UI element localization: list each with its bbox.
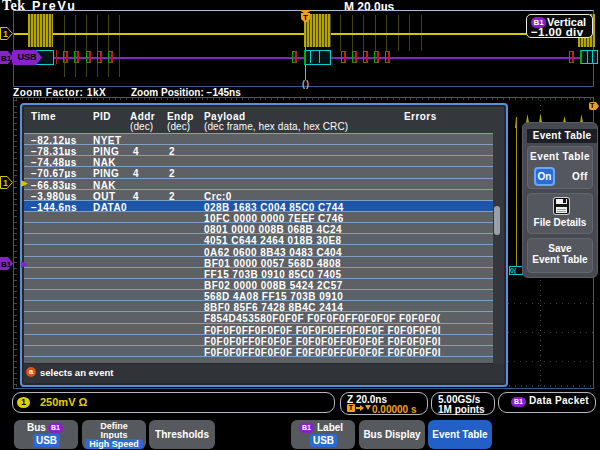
svg-text:B1: B1 (1, 54, 12, 63)
svg-text:1: 1 (3, 29, 8, 39)
svg-text:B1: B1 (1, 260, 12, 269)
svg-text:1: 1 (3, 178, 8, 188)
